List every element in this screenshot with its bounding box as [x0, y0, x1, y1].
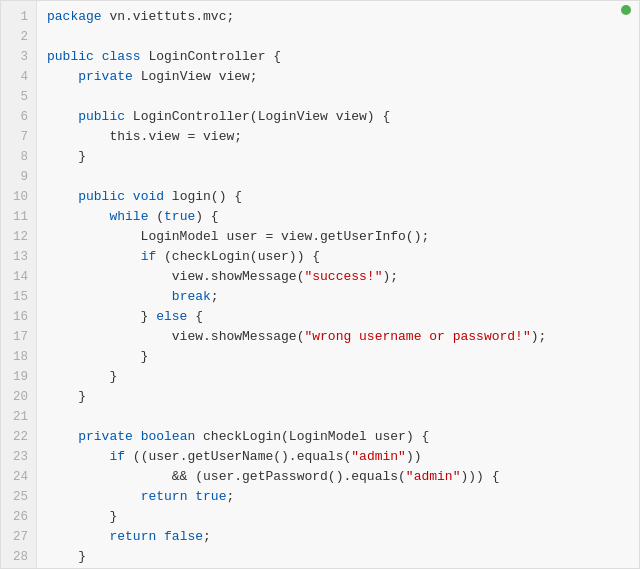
line-number: 15 [1, 287, 36, 307]
plain-token: (checkLogin(user)) { [156, 249, 320, 264]
plain-token: } [47, 149, 86, 164]
code-area: 1234567891011121314151617181920212223242… [1, 1, 639, 568]
plain-token: ; [203, 529, 211, 544]
code-line: public void login() { [47, 189, 242, 204]
code-line [47, 409, 55, 424]
line-number: 6 [1, 107, 36, 127]
code-line: view.showMessage("wrong username or pass… [47, 329, 546, 344]
plain-token [47, 249, 141, 264]
line-number: 25 [1, 487, 36, 507]
code-line: this.view = view; [47, 129, 242, 144]
plain-token: } [47, 369, 117, 384]
line-number: 24 [1, 467, 36, 487]
line-number: 4 [1, 67, 36, 87]
keyword-token: private [78, 429, 133, 444]
line-number: 5 [1, 87, 36, 107]
code-line [47, 169, 55, 184]
plain-token: checkLogin(LoginModel user) { [195, 429, 429, 444]
line-number: 9 [1, 167, 36, 187]
keyword-token: public [78, 189, 125, 204]
plain-token: ); [531, 329, 547, 344]
code-line: if ((user.getUserName().equals("admin")) [47, 449, 422, 464]
plain-token [133, 429, 141, 444]
string-token: "wrong username or password!" [304, 329, 530, 344]
code-line: LoginModel user = view.getUserInfo(); [47, 229, 429, 244]
plain-token [94, 49, 102, 64]
keyword-token: boolean [141, 429, 196, 444]
keyword-token: return [141, 489, 188, 504]
line-number: 20 [1, 387, 36, 407]
plain-token: vn.viettuts.mvc; [102, 9, 235, 24]
plain-token [125, 189, 133, 204]
plain-token: LoginModel user = view.getUserInfo(); [47, 229, 429, 244]
keyword-token: break [172, 289, 211, 304]
plain-token: ) { [195, 209, 218, 224]
code-line: private LoginView view; [47, 69, 258, 84]
plain-token [47, 449, 109, 464]
plain-token [47, 429, 78, 444]
plain-token: } [47, 389, 86, 404]
line-number: 2 [1, 27, 36, 47]
line-number: 1 [1, 7, 36, 27]
line-number: 22 [1, 427, 36, 447]
keyword-token: if [141, 249, 157, 264]
plain-token: } [47, 309, 156, 324]
line-number: 14 [1, 267, 36, 287]
line-number: 26 [1, 507, 36, 527]
line-numbers: 1234567891011121314151617181920212223242… [1, 1, 37, 568]
keyword-token: public [78, 109, 125, 124]
plain-token: ; [211, 289, 219, 304]
code-line: && (user.getPassword().equals("admin")))… [47, 469, 499, 484]
keyword-token: true [195, 489, 226, 504]
code-line: return true; [47, 489, 234, 504]
plain-token: view.showMessage( [47, 269, 304, 284]
plain-token: ( [148, 209, 164, 224]
code-line: public LoginController(LoginView view) { [47, 109, 390, 124]
line-number: 23 [1, 447, 36, 467]
line-number: 13 [1, 247, 36, 267]
code-content[interactable]: package vn.viettuts.mvc; public class Lo… [37, 1, 639, 568]
code-line: } else { [47, 309, 203, 324]
plain-token: ((user.getUserName().equals( [125, 449, 351, 464]
keyword-token: private [78, 69, 133, 84]
plain-token: login() { [164, 189, 242, 204]
line-number: 21 [1, 407, 36, 427]
code-line: public class LoginController { [47, 49, 281, 64]
keyword-token: void [133, 189, 164, 204]
plain-token [47, 109, 78, 124]
code-line: view.showMessage("success!"); [47, 269, 398, 284]
code-line: private boolean checkLogin(LoginModel us… [47, 429, 429, 444]
plain-token: this.view = view; [47, 129, 242, 144]
editor-container: 1234567891011121314151617181920212223242… [0, 0, 640, 569]
plain-token: } [47, 349, 148, 364]
code-line: } [47, 369, 117, 384]
line-number: 17 [1, 327, 36, 347]
plain-token [47, 189, 78, 204]
line-number: 19 [1, 367, 36, 387]
status-indicator [621, 5, 631, 15]
keyword-token: package [47, 9, 102, 24]
code-line: } [47, 509, 117, 524]
plain-token: } [47, 549, 86, 564]
code-line: while (true) { [47, 209, 219, 224]
code-line: } [47, 149, 86, 164]
plain-token [156, 529, 164, 544]
string-token: "success!" [304, 269, 382, 284]
string-token: "admin" [406, 469, 461, 484]
line-number: 18 [1, 347, 36, 367]
plain-token [47, 289, 172, 304]
line-number: 29 [1, 567, 36, 568]
plain-token: && (user.getPassword().equals( [47, 469, 406, 484]
plain-token [47, 209, 109, 224]
code-line: package vn.viettuts.mvc; [47, 9, 234, 24]
plain-token: view.showMessage( [47, 329, 304, 344]
keyword-token: while [109, 209, 148, 224]
plain-token: LoginView view; [133, 69, 258, 84]
code-line [47, 89, 55, 104]
keyword-token: false [164, 529, 203, 544]
keyword-token: class [102, 49, 141, 64]
plain-token: LoginController(LoginView view) { [125, 109, 390, 124]
keyword-token: return [109, 529, 156, 544]
line-number: 12 [1, 227, 36, 247]
plain-token: ; [226, 489, 234, 504]
